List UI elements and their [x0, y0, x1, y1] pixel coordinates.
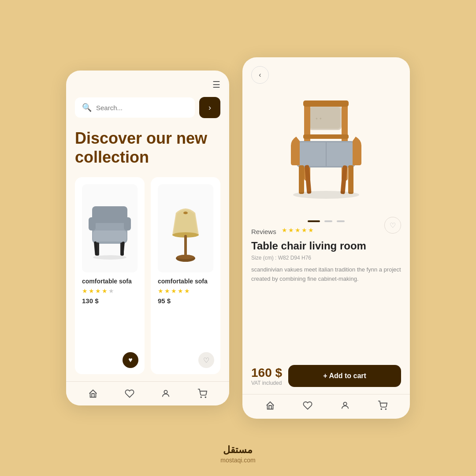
product-size: Size (cm) : W82 D94 H76: [251, 255, 401, 261]
back-button[interactable]: ‹: [251, 66, 269, 84]
star-4: ★: [102, 287, 108, 294]
star-3: ★: [171, 287, 177, 294]
detail-nav-favorites[interactable]: [303, 401, 312, 413]
favorite-button-2[interactable]: ♡: [198, 352, 214, 368]
nav-favorites[interactable]: [125, 389, 134, 398]
svg-point-16: [201, 397, 201, 398]
detail-heart-icon: [303, 401, 312, 410]
detail-content: Reviews ★ ★ ★ ★ ★ Table chair living roo…: [242, 227, 410, 358]
detail-stars: ★ ★ ★ ★ ★: [282, 227, 314, 234]
star-2: ★: [89, 287, 94, 294]
star-3: ★: [95, 287, 101, 294]
search-icon: 🔍: [82, 103, 92, 112]
heart-nav-icon: [125, 389, 134, 398]
d-star-5: ★: [308, 227, 314, 234]
star-5: ★: [108, 287, 114, 294]
svg-point-11: [183, 212, 188, 214]
product-name-2: comfortable sofa: [158, 278, 213, 285]
hero-title: Discover our new collection: [75, 129, 220, 167]
add-to-cart-button[interactable]: + Add to cart: [288, 365, 401, 387]
star-4: ★: [178, 287, 183, 294]
svg-rect-19: [310, 107, 340, 129]
detail-cart-icon: [378, 401, 387, 410]
product-card-2: comfortable sofa ★ ★ ★ ★ ★ 95 $ ♡: [151, 177, 220, 374]
price-block: 160 $ VAT included: [251, 366, 282, 386]
svg-text:✦ ✦: ✦ ✦: [315, 117, 322, 121]
add-to-cart-label: + Add to cart: [323, 372, 366, 380]
detail-nav-profile[interactable]: [340, 401, 350, 413]
svg-point-33: [343, 402, 346, 405]
bottom-nav-right: [242, 394, 410, 419]
svg-rect-3: [89, 217, 96, 231]
svg-rect-1: [92, 206, 127, 223]
star-2: ★: [164, 287, 170, 294]
menu-icon[interactable]: ☰: [75, 79, 220, 90]
product-name-1: comfortable sofa: [82, 278, 138, 285]
d-star-4: ★: [301, 227, 307, 234]
dot-3: [337, 220, 345, 222]
product-stars-1: ★ ★ ★ ★ ★: [82, 287, 138, 294]
product-image-1: [82, 184, 138, 272]
product-price-2: 95 $: [158, 297, 213, 305]
svg-point-17: [205, 397, 206, 398]
svg-point-15: [164, 390, 167, 394]
nav-profile[interactable]: [161, 389, 171, 398]
nav-home[interactable]: [88, 389, 98, 398]
reviews-row: Reviews ★ ★ ★ ★ ★: [251, 227, 401, 236]
svg-rect-29: [348, 165, 353, 194]
chair-image: [83, 193, 136, 264]
product-price-1: 130 $: [82, 297, 138, 305]
svg-point-14: [177, 255, 194, 259]
svg-rect-4: [124, 217, 131, 231]
star-1: ★: [82, 287, 88, 294]
left-screen: ☰ 🔍 › Discover our new collection: [66, 71, 229, 405]
detail-chair-svg: ✦ ✦: [264, 93, 388, 207]
product-detail-image: ✦ ✦: [242, 84, 410, 216]
products-grid: comfortable sofa ★ ★ ★ ★ ★ 130 $ ♥: [75, 177, 220, 374]
d-star-1: ★: [282, 227, 287, 234]
dot-2: [324, 220, 332, 222]
product-description: scandinivian vakues meet italian traditi…: [251, 265, 401, 284]
svg-rect-23: [303, 100, 349, 107]
product-detail-title: Table chair living room: [251, 240, 401, 252]
svg-rect-24: [303, 134, 349, 139]
detail-footer: 160 $ VAT included + Add to cart: [242, 358, 410, 394]
reviews-label: Reviews: [251, 228, 276, 235]
svg-point-9: [93, 255, 126, 260]
product-image-2: [158, 184, 213, 272]
bottom-nav-left: [66, 382, 229, 405]
search-input[interactable]: [96, 104, 188, 112]
detail-user-icon: [340, 401, 350, 410]
user-icon: [161, 389, 171, 398]
detail-header: ‹: [242, 57, 410, 84]
watermark-logo: مستقل: [220, 444, 255, 456]
home-icon: [88, 389, 98, 398]
svg-rect-12: [184, 235, 187, 257]
svg-point-34: [381, 409, 382, 409]
cart-icon: [197, 389, 207, 398]
search-input-wrap: 🔍: [75, 97, 195, 118]
favorite-button-1[interactable]: ♥: [123, 352, 138, 368]
star-1: ★: [158, 287, 164, 294]
watermark: مستقل mostaqi.com: [220, 444, 255, 464]
detail-nav-home[interactable]: [265, 401, 275, 413]
detail-home-icon: [265, 401, 275, 410]
lamp-image: [164, 191, 208, 266]
svg-rect-28: [299, 165, 304, 194]
d-star-3: ★: [295, 227, 301, 234]
product-stars-2: ★ ★ ★ ★ ★: [158, 287, 213, 294]
product-card-1: comfortable sofa ★ ★ ★ ★ ★ 130 $ ♥: [75, 177, 145, 374]
star-5: ★: [184, 287, 190, 294]
vat-text: VAT included: [251, 380, 282, 386]
svg-point-32: [293, 191, 359, 199]
detail-nav-cart[interactable]: [378, 401, 387, 413]
search-bar: 🔍 ›: [75, 97, 220, 118]
wishlist-button[interactable]: ♡: [384, 217, 401, 234]
detail-price: 160 $: [251, 366, 282, 380]
right-screen: ‹ ✦ ✦: [242, 57, 410, 419]
search-button[interactable]: ›: [199, 97, 220, 118]
svg-point-35: [385, 409, 386, 409]
watermark-url: mostaqi.com: [220, 457, 255, 464]
nav-cart[interactable]: [197, 389, 207, 398]
arrow-icon: ›: [208, 103, 211, 112]
